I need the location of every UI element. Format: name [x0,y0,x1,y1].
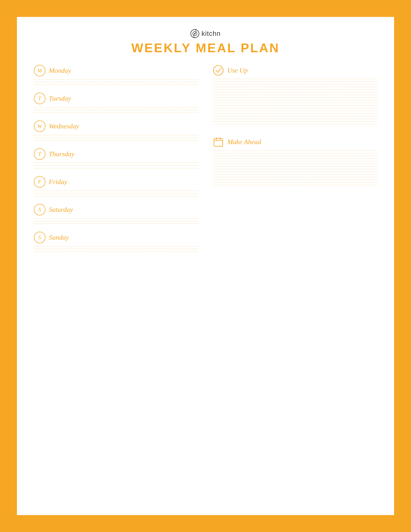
make-ahead-section: Make Ahead [213,136,377,185]
day-line [34,190,198,191]
make-ahead-line [213,150,377,151]
day-header-saturday: SSaturday [34,204,198,216]
right-column: Use Up Make Ahead [213,65,377,259]
day-line [34,224,198,224]
day-header-friday: FFriday [34,176,198,188]
make-ahead-line [213,158,377,159]
svg-point-3 [214,66,223,75]
use-up-line [213,97,377,98]
use-up-line [213,100,377,100]
logo-text: kitchn [201,30,221,38]
use-up-line [213,84,377,84]
make-ahead-icon [213,136,224,148]
day-line [34,246,198,247]
day-header-monday: MMonday [34,65,198,76]
use-up-line [213,119,377,119]
day-circle-sunday: S [34,232,46,243]
day-line [34,168,198,168]
day-header-wednesday: WWednesday [34,120,198,132]
day-line [34,85,198,85]
day-section-saturday: SSaturday [34,204,198,224]
day-line [34,138,198,138]
page-header: kitchn WEEKLY MEAL PLAN [34,29,377,55]
use-up-line [213,103,377,103]
day-line [34,107,198,107]
make-ahead-line [213,156,377,156]
day-label-wednesday: Wednesday [49,122,79,130]
day-line [34,218,198,218]
day-line [34,165,198,166]
day-line [34,251,198,252]
make-ahead-line [213,177,377,177]
svg-rect-4 [214,139,223,146]
day-circle-tuesday: T [34,93,46,104]
day-circle-thursday: T [34,148,46,160]
day-line [34,140,198,141]
day-label-thursday: Thursday [49,150,75,158]
day-circle-saturday: S [34,204,46,216]
make-ahead-header: Make Ahead [213,136,377,148]
make-ahead-line [213,161,377,161]
day-line [34,110,198,110]
make-ahead-label: Make Ahead [227,138,261,146]
use-up-line [213,114,377,114]
day-section-friday: FFriday [34,176,198,196]
day-label-saturday: Saturday [49,206,73,214]
make-ahead-line [213,166,377,167]
logo-area: kitchn [190,29,221,38]
day-line [34,221,198,221]
use-up-line [213,79,377,79]
day-line [34,82,198,82]
use-up-line [213,95,377,95]
day-label-tuesday: Tuesday [49,95,71,102]
day-line [34,196,198,196]
day-section-wednesday: WWednesday [34,120,198,141]
make-ahead-line [213,182,377,183]
make-ahead-line [213,153,377,153]
use-up-icon [213,65,224,76]
make-ahead-lines [213,150,377,185]
use-up-line [213,111,377,111]
day-line [34,163,198,163]
day-section-sunday: SSunday [34,232,198,252]
day-circle-friday: F [34,176,46,188]
use-up-line [213,124,377,124]
make-ahead-line [213,180,377,180]
use-up-line [213,105,377,106]
day-section-tuesday: TTuesday [34,93,198,113]
use-up-section: Use Up [213,65,377,124]
make-ahead-line [213,185,377,185]
use-up-line [213,89,377,90]
day-line [34,79,198,80]
day-section-monday: MMonday [34,65,198,85]
day-line [34,249,198,249]
use-up-label: Use Up [227,66,248,74]
make-ahead-line [213,172,377,172]
day-circle-wednesday: W [34,120,46,132]
day-label-friday: Friday [49,178,67,186]
use-up-lines [213,79,377,124]
use-up-line [213,108,377,108]
day-label-sunday: Sunday [49,234,69,241]
day-header-sunday: SSunday [34,232,198,243]
days-column: MMondayTTuesdayWWednesdayTThursdayFFrida… [34,65,198,259]
use-up-header: Use Up [213,65,377,76]
day-line [34,193,198,193]
use-up-line [213,82,377,82]
use-up-line [213,92,377,92]
day-circle-monday: M [34,65,46,76]
content-area: MMondayTTuesdayWWednesdayTThursdayFFrida… [34,65,377,259]
day-line [34,113,198,113]
use-up-line [213,87,377,87]
day-header-thursday: TThursday [34,148,198,160]
kitchn-logo-icon [190,29,199,38]
day-line [34,135,198,135]
day-header-tuesday: TTuesday [34,93,198,104]
day-section-thursday: TThursday [34,148,198,168]
page: kitchn WEEKLY MEAL PLAN MMondayTTuesdayW… [17,17,394,515]
make-ahead-line [213,174,377,175]
use-up-line [213,121,377,122]
make-ahead-line [213,169,377,169]
page-title: WEEKLY MEAL PLAN [131,41,280,55]
use-up-line [213,116,377,116]
